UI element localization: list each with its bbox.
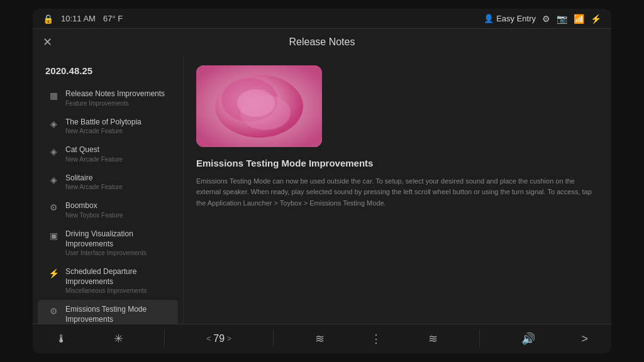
sidebar-subtitle-solitaire: New Arcade Feature	[65, 184, 123, 190]
settings-icon[interactable]: ⚙	[542, 14, 550, 24]
volume-icon: 🔊	[521, 332, 535, 346]
status-left: 🔒 10:11 AM 67° F	[43, 14, 123, 24]
main-screen: 🔒 10:11 AM 67° F 👤 Easy Entry ⚙ 📷 📶 ⚡ ✕ …	[33, 9, 611, 353]
sidebar-item-emissions[interactable]: ⚙ Emissions Testing Mode Improvements Ne…	[38, 300, 178, 324]
heat-left-icon: 🌡	[56, 332, 67, 346]
sidebar-item-solitaire[interactable]: ◈ Solitaire New Arcade Feature	[38, 168, 178, 196]
temp-left-value: 79	[213, 333, 225, 344]
sidebar-title-release-notes: Release Notes Improvements	[65, 89, 165, 99]
sidebar-text-release-notes: Release Notes Improvements Feature Impro…	[65, 89, 165, 107]
detail-panel: Emissions Testing Mode Improvements Emis…	[184, 55, 611, 324]
divider-3	[479, 330, 480, 348]
sidebar-icon-boombox: ⚙	[48, 202, 59, 212]
content-area: 2020.48.25 ▦ Release Notes Improvements …	[33, 55, 611, 324]
sidebar-icon-solitaire: ◈	[48, 175, 59, 185]
wifi-icon: 📶	[574, 14, 584, 24]
header: ✕ Release Notes	[33, 29, 611, 55]
fan-control[interactable]: ✳	[109, 329, 128, 348]
sidebar-icon-cat-quest: ◈	[48, 146, 59, 156]
sidebar-item-polytopia[interactable]: ◈ The Battle of Polytopia New Arcade Fea…	[38, 112, 178, 140]
lock-icon: 🔒	[43, 14, 53, 24]
sidebar-subtitle-driving-viz: User Interface Improvements	[65, 250, 168, 256]
sidebar-title-polytopia: The Battle of Polytopia	[65, 118, 142, 128]
sidebar-title-emissions: Emissions Testing Mode Improvements	[65, 305, 168, 324]
divider-1	[164, 330, 165, 348]
main-area: ✕ Release Notes 2020.48.25 ▦ Release Not…	[33, 29, 611, 324]
temp-left-display: < 79 >	[201, 331, 236, 347]
status-right: 👤 Easy Entry ⚙ 📷 📶 ⚡	[484, 14, 601, 24]
sidebar-subtitle-scheduled-departure: Miscellaneous Improvements	[65, 287, 168, 294]
sidebar-items-container: ▦ Release Notes Improvements Feature Imp…	[33, 84, 183, 324]
sidebar-item-boombox[interactable]: ⚙ Boombox New Toybox Feature	[38, 196, 178, 224]
close-button[interactable]: ✕	[43, 35, 52, 49]
sidebar-subtitle-release-notes: Feature Improvements	[65, 100, 165, 107]
fan-icon: ✳	[114, 332, 123, 346]
sidebar-title-solitaire: Solitaire	[65, 173, 123, 184]
bottom-bar: 🌡 ✳ < 79 > ≋ ⋮ ≋ 🔊 >	[33, 324, 611, 353]
page-title: Release Notes	[289, 36, 355, 48]
sidebar-text-emissions: Emissions Testing Mode Improvements New …	[65, 305, 168, 324]
seat-heat-left[interactable]: ≋	[310, 329, 330, 348]
defrost-front-icon: ⋮	[370, 332, 382, 346]
easy-entry-label: 👤 Easy Entry	[484, 14, 536, 23]
sidebar-icon-polytopia: ◈	[48, 119, 59, 129]
bottom-arrow-right[interactable]: >	[577, 330, 594, 348]
arrow-right-icon: >	[582, 332, 589, 346]
person-icon: 👤	[484, 14, 494, 23]
version-label: 2020.48.25	[33, 60, 183, 84]
sidebar-subtitle-boombox: New Toybox Feature	[65, 212, 123, 219]
sidebar-item-release-notes[interactable]: ▦ Release Notes Improvements Feature Imp…	[38, 84, 178, 112]
temp-left-decrease[interactable]: <	[206, 334, 211, 343]
defrost-front[interactable]: ⋮	[365, 329, 387, 348]
sidebar-text-cat-quest: Cat Quest New Arcade Feature	[65, 145, 123, 163]
sidebar-title-driving-viz: Driving Visualization Improvements	[65, 229, 168, 249]
seat-heat-left-icon: ≋	[315, 332, 325, 346]
temp-left-increase[interactable]: >	[227, 334, 231, 343]
divider-2	[273, 330, 274, 348]
status-temp: 67° F	[103, 14, 123, 23]
heat-left-control[interactable]: 🌡	[51, 330, 72, 348]
sidebar-item-scheduled-departure[interactable]: ⚡ Scheduled Departure Improvements Misce…	[38, 262, 178, 299]
sidebar-item-cat-quest[interactable]: ◈ Cat Quest New Arcade Feature	[38, 140, 178, 168]
defrost-rear-icon: ≋	[428, 332, 438, 346]
detail-body: Emissions Testing Mode can now be used o…	[196, 176, 599, 209]
status-bar: 🔒 10:11 AM 67° F 👤 Easy Entry ⚙ 📷 📶 ⚡	[33, 9, 611, 29]
sidebar-title-scheduled-departure: Scheduled Departure Improvements	[65, 267, 168, 287]
bluetooth-icon: ⚡	[591, 14, 601, 24]
sidebar-text-solitaire: Solitaire New Arcade Feature	[65, 173, 123, 191]
sidebar-text-driving-viz: Driving Visualization Improvements User …	[65, 229, 168, 256]
sidebar-title-cat-quest: Cat Quest	[65, 145, 123, 155]
sidebar: 2020.48.25 ▦ Release Notes Improvements …	[33, 55, 184, 324]
sidebar-text-scheduled-departure: Scheduled Departure Improvements Miscell…	[65, 267, 168, 294]
sidebar-icon-emissions: ⚙	[48, 306, 59, 316]
sidebar-subtitle-cat-quest: New Arcade Feature	[65, 156, 123, 163]
volume-control[interactable]: 🔊	[516, 329, 540, 348]
sidebar-text-boombox: Boombox New Toybox Feature	[65, 201, 123, 219]
camera-icon[interactable]: 📷	[557, 14, 567, 24]
sidebar-icon-release-notes: ▦	[48, 90, 59, 101]
sidebar-icon-scheduled-departure: ⚡	[48, 268, 59, 278]
status-time: 10:11 AM	[61, 14, 96, 23]
sidebar-item-driving-viz[interactable]: ▣ Driving Visualization Improvements Use…	[38, 224, 178, 261]
feature-image	[196, 65, 322, 147]
svg-point-4	[237, 89, 275, 117]
sidebar-subtitle-polytopia: New Arcade Feature	[65, 128, 142, 134]
sidebar-title-boombox: Boombox	[65, 201, 123, 211]
detail-title: Emissions Testing Mode Improvements	[196, 157, 599, 170]
sidebar-icon-driving-viz: ▣	[48, 231, 59, 241]
defrost-rear[interactable]: ≋	[423, 329, 443, 348]
sidebar-text-polytopia: The Battle of Polytopia New Arcade Featu…	[65, 118, 142, 135]
